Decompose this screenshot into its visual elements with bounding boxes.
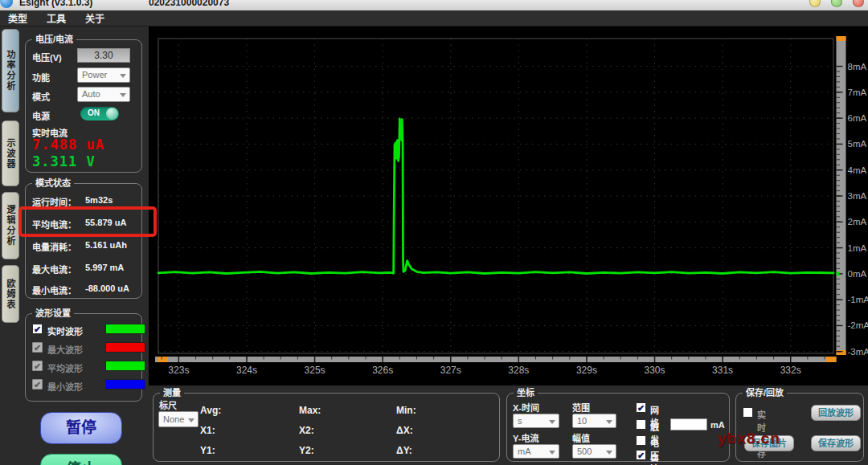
waveform-label: 最小波形: [47, 380, 83, 393]
stop-button[interactable]: 停止: [40, 454, 122, 465]
waveform-label: 平均波形: [47, 361, 83, 374]
status-row-energy: 电量消耗： 5.161 uAh: [32, 240, 138, 251]
power-toggle[interactable]: ON: [80, 107, 119, 120]
tab-ohmmeter[interactable]: 欧姆表: [2, 265, 19, 323]
mode-value: Auto: [82, 89, 100, 99]
range-value: 10: [577, 416, 587, 426]
y-axis-label: Y-电流: [513, 431, 538, 444]
playback-waveform-button[interactable]: 回放波形: [811, 405, 861, 421]
color-swatch[interactable]: [105, 379, 145, 390]
menu-tools[interactable]: 工具: [47, 11, 66, 25]
amplitude-select[interactable]: 500: [572, 444, 616, 459]
menu-type[interactable]: 类型: [8, 11, 27, 25]
zero-level-marker: [837, 271, 840, 275]
tab-logic-analysis[interactable]: 逻辑分析: [2, 192, 19, 259]
tab-oscilloscope[interactable]: 示波器: [2, 120, 19, 186]
watermark: ybx8.cn: [718, 430, 780, 447]
menu-bar: 类型 工具 关于: [0, 10, 868, 27]
status-value: 5m32s: [85, 195, 113, 205]
auto-adjust-checkbox[interactable]: ✔: [636, 450, 646, 460]
x-tick-label: 328s: [508, 365, 529, 376]
device-serial: 020231000020073: [149, 0, 229, 8]
window-title: Esight (v3.1.0.3): [19, 0, 92, 8]
group-title: 电压/电流: [32, 34, 76, 45]
trigger-checkbox[interactable]: ✔: [636, 419, 646, 430]
status-value: -88.000 uA: [85, 283, 129, 293]
x-tick-label: 327s: [440, 365, 461, 376]
color-swatch[interactable]: [105, 361, 145, 371]
coordinates-group: 坐标 X-时间 范围 s 10 Y-电流 幅值 mA 500 ✔ 网格 ✔ 触发: [506, 393, 730, 462]
measure-y2: Y2:: [299, 445, 396, 456]
color-swatch[interactable]: [105, 342, 145, 353]
minimize-button[interactable]: [809, 0, 821, 7]
trigger-value-input[interactable]: [670, 418, 707, 430]
realtime-save-checkbox[interactable]: ✔: [743, 407, 753, 418]
chevron-down-icon: [549, 451, 555, 455]
current-readout: 7.488 uA: [32, 137, 104, 153]
ruler-value: None: [163, 414, 184, 424]
waveform-label: 实时波形: [47, 324, 83, 337]
waveform-row-avg: ✔ 平均波形: [32, 361, 140, 373]
y-tick-label: 6mA: [848, 113, 867, 123]
measure-y1: Y1:: [200, 445, 299, 456]
status-row-max-current: 最大电流： 5.997 mA: [32, 263, 138, 274]
maximize-button[interactable]: [831, 0, 842, 7]
x-tick-label: 330s: [645, 365, 665, 376]
mode-select[interactable]: Auto: [77, 87, 130, 102]
y-unit-select[interactable]: mA: [513, 444, 559, 459]
y-unit-value: mA: [518, 447, 531, 456]
voltage-label: 电压(V): [32, 51, 62, 63]
y-tick-label: -1mA: [848, 295, 868, 304]
min-waveform-checkbox[interactable]: ✔: [32, 379, 43, 390]
voltage-input[interactable]: 3.30: [77, 48, 130, 63]
group-title: 坐标: [514, 387, 538, 398]
axis-corner-marker: [837, 36, 846, 41]
chevron-down-icon: [120, 74, 126, 78]
voltage-current-group: 电压/电流 电压(V) 3.30 功能 Power 模式 Auto 电源 ON …: [25, 39, 142, 173]
status-label: 最大电流：: [32, 263, 76, 275]
mode-label: 模式: [32, 90, 50, 103]
x-tick-label: 331s: [712, 365, 733, 376]
tab-power-analysis[interactable]: 功率分析: [2, 29, 19, 112]
save-waveform-button[interactable]: 保存波形: [811, 435, 861, 451]
grid-checkbox[interactable]: ✔: [636, 402, 646, 413]
range-select[interactable]: 10: [572, 414, 616, 428]
waveform-chart[interactable]: 8mA7mA6mA5mA4mA3mA2mA1mA0mA-1mA-2mA-3mA3…: [149, 27, 868, 385]
pause-button[interactable]: 暂停: [40, 412, 122, 444]
y-tick-label: -2mA: [848, 320, 868, 330]
ruler-select[interactable]: None: [158, 411, 199, 427]
chevron-down-icon: [549, 420, 555, 424]
measure-dy: ΔY:: [396, 445, 485, 456]
function-select[interactable]: Power: [77, 67, 130, 83]
voltage-wave-checkbox[interactable]: ✔: [636, 435, 646, 446]
status-value: 5.161 uAh: [85, 240, 127, 250]
status-label: 最小电流：: [32, 283, 76, 296]
y-tick-label: 8mA: [848, 62, 867, 71]
status-label: 电量消耗：: [32, 240, 76, 253]
y-tick-label: 1mA: [848, 243, 867, 253]
max-waveform-checkbox[interactable]: ✔: [32, 342, 43, 353]
waveform-row-min: ✔ 最小波形: [32, 379, 140, 391]
measure-x1: X1:: [200, 425, 299, 436]
measure-min: Min:: [396, 405, 485, 416]
close-button[interactable]: [853, 0, 864, 7]
status-value: 5.997 mA: [85, 263, 124, 272]
color-swatch[interactable]: [105, 324, 145, 334]
x-tick-label: 326s: [372, 365, 393, 376]
avg-waveform-checkbox[interactable]: ✔: [32, 361, 43, 371]
x-unit-select[interactable]: s: [513, 414, 559, 428]
chevron-down-icon: [606, 420, 612, 424]
x-tick-label: 329s: [576, 365, 597, 376]
realtime-waveform-checkbox[interactable]: ✔: [32, 324, 43, 334]
x-axis-label: X-时间: [513, 401, 539, 414]
measure-group: 测量 标尺 None Avg: Max: Min: X1: X2: ΔX: Y1…: [153, 393, 500, 462]
save-playback-group: 保存/回放 ✔ 实时保存 回放波形 保存图片 保存波形: [735, 393, 864, 462]
amplitude-label: 幅值: [572, 431, 590, 444]
x-tick-label: 323s: [168, 365, 189, 376]
measure-avg: Avg:: [200, 405, 299, 416]
waveform-label: 最大波形: [47, 343, 83, 356]
chevron-down-icon: [120, 93, 126, 97]
trigger-unit-label: mA: [710, 420, 725, 430]
group-title: 测量: [160, 387, 184, 398]
menu-about[interactable]: 关于: [85, 11, 104, 25]
